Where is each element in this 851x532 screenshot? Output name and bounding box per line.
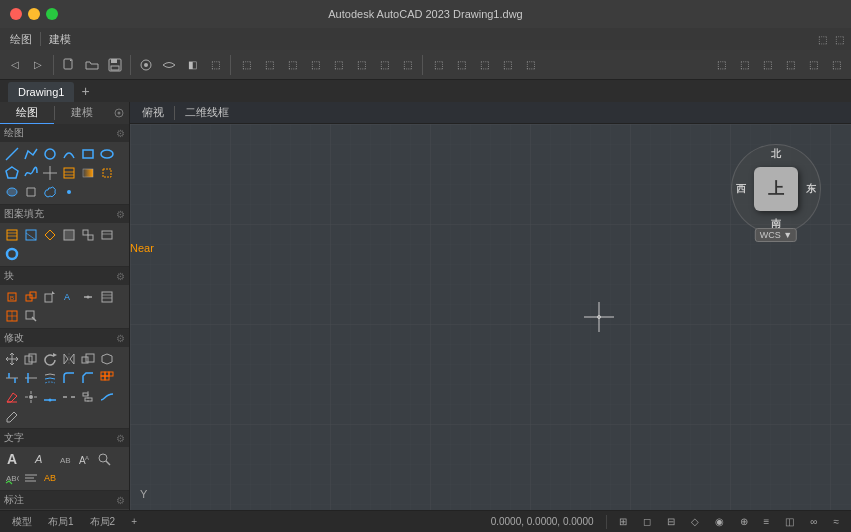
insert-block-tool[interactable]: B	[3, 288, 21, 306]
view-btn1[interactable]	[135, 54, 157, 76]
right-btn1[interactable]: ⬚	[710, 54, 732, 76]
transparency-toggle[interactable]: ◫	[781, 516, 798, 527]
tool-btn7[interactable]: ⬚	[373, 54, 395, 76]
check-spell-tool[interactable]: ABC	[3, 469, 21, 487]
offset-tool[interactable]	[41, 369, 59, 387]
3dosnap-toggle[interactable]: ≈	[830, 516, 844, 527]
mirror-tool[interactable]	[60, 350, 78, 368]
tool-btn6[interactable]: ⬚	[350, 54, 372, 76]
panel-tab-draw[interactable]: 绘图	[0, 102, 54, 125]
refedit-tool[interactable]	[22, 307, 40, 325]
text-style-tool[interactable]: AB	[57, 450, 75, 468]
viewcube[interactable]: 北 南 东 西 上 WCS ▼	[731, 144, 821, 234]
line-tool[interactable]	[3, 145, 21, 163]
text-convert-tool[interactable]: AB	[41, 469, 59, 487]
gradient-tool2[interactable]	[22, 226, 40, 244]
view-btn3[interactable]: ◧	[181, 54, 203, 76]
section-text-header[interactable]: 文字 ⚙	[0, 429, 129, 447]
section-annotation-header[interactable]: 标注 ⚙	[0, 491, 129, 509]
gear-icon[interactable]: ⚙	[116, 128, 125, 139]
arc-tool[interactable]	[60, 145, 78, 163]
grid-toggle[interactable]: ⊞	[615, 516, 631, 527]
add-layout-btn[interactable]: +	[127, 516, 141, 527]
hatch-tool2[interactable]	[3, 226, 21, 244]
redo-button[interactable]: ▷	[27, 54, 49, 76]
boundary-tool[interactable]	[98, 164, 116, 182]
tool-btn2[interactable]: ⬚	[258, 54, 280, 76]
view-tab-2d[interactable]: 二维线框	[177, 104, 237, 122]
block-gear-icon[interactable]: ⚙	[116, 271, 125, 282]
view-btn4[interactable]: ⬚	[204, 54, 226, 76]
view-tab-top[interactable]: 俯视	[134, 104, 172, 122]
right-btn2[interactable]: ⬚	[733, 54, 755, 76]
extra-btn4[interactable]: ⬚	[496, 54, 518, 76]
tool-btn3[interactable]: ⬚	[281, 54, 303, 76]
blend-tool[interactable]	[98, 388, 116, 406]
doughnut-tool[interactable]	[3, 245, 21, 263]
edit-tool[interactable]	[3, 407, 21, 425]
field-tool[interactable]	[98, 226, 116, 244]
polygon-tool[interactable]	[3, 164, 21, 182]
extra-btn5[interactable]: ⬚	[519, 54, 541, 76]
region-tool[interactable]	[3, 183, 21, 201]
close-button[interactable]	[10, 8, 22, 20]
workspace-draw[interactable]: 绘图	[4, 30, 38, 49]
open-button[interactable]	[81, 54, 103, 76]
data-link-tool[interactable]	[79, 288, 97, 306]
stretch-tool[interactable]	[98, 350, 116, 368]
polar-toggle[interactable]: ◇	[687, 516, 703, 527]
polyline-tool[interactable]	[22, 145, 40, 163]
join-tool[interactable]	[41, 388, 59, 406]
point-tool[interactable]	[60, 183, 78, 201]
copy-tool[interactable]	[22, 350, 40, 368]
tool-btn4[interactable]: ⬚	[304, 54, 326, 76]
section-hatch-header[interactable]: 图案填充 ⚙	[0, 205, 129, 223]
osnap-toggle[interactable]: ◉	[711, 516, 728, 527]
scale-tool[interactable]	[79, 350, 97, 368]
data-extract-tool[interactable]	[98, 288, 116, 306]
snap-toggle[interactable]: ◻	[639, 516, 655, 527]
rect-tool[interactable]	[79, 145, 97, 163]
canvas-area[interactable]: 俯视 二维线框	[130, 102, 851, 510]
break-tool[interactable]	[60, 388, 78, 406]
modify-gear-icon[interactable]: ⚙	[116, 333, 125, 344]
ellipse-tool[interactable]	[98, 145, 116, 163]
superblock-tool[interactable]	[3, 307, 21, 325]
right-btn4[interactable]: ⬚	[779, 54, 801, 76]
attdef-tool[interactable]: A	[60, 288, 78, 306]
section-block-header[interactable]: 块 ⚙	[0, 267, 129, 285]
right-btn3[interactable]: ⬚	[756, 54, 778, 76]
wcs-badge[interactable]: WCS ▼	[755, 228, 797, 242]
extra-btn3[interactable]: ⬚	[473, 54, 495, 76]
spline-tool[interactable]	[22, 164, 40, 182]
model-tab[interactable]: 模型	[8, 515, 36, 529]
workspace-btn2[interactable]: ⬚	[832, 33, 847, 46]
hatch-gear-icon[interactable]: ⚙	[116, 209, 125, 220]
extra-btn2[interactable]: ⬚	[450, 54, 472, 76]
tool-btn8[interactable]: ⬚	[396, 54, 418, 76]
new-button[interactable]	[58, 54, 80, 76]
drawing-tab[interactable]: Drawing1	[8, 82, 74, 102]
text-align-tool[interactable]	[22, 469, 40, 487]
write-block-tool[interactable]	[41, 288, 59, 306]
xline-tool[interactable]	[41, 164, 59, 182]
rotate-tool[interactable]	[41, 350, 59, 368]
layout2-tab[interactable]: 布局2	[86, 515, 120, 529]
move-tool[interactable]	[3, 350, 21, 368]
layout1-tab[interactable]: 布局1	[44, 515, 78, 529]
right-btn6[interactable]: ⬚	[825, 54, 847, 76]
find-tool[interactable]	[95, 450, 113, 468]
trim-tool[interactable]	[3, 369, 21, 387]
save-button[interactable]	[104, 54, 126, 76]
new-tab-button[interactable]: +	[76, 82, 94, 100]
minimize-button[interactable]	[28, 8, 40, 20]
hatch-tool[interactable]	[60, 164, 78, 182]
otrack-toggle[interactable]: ⊕	[736, 516, 752, 527]
ortho-toggle[interactable]: ⊟	[663, 516, 679, 527]
boundary-tool2[interactable]	[41, 226, 59, 244]
fillet-tool[interactable]	[60, 369, 78, 387]
view-btn2[interactable]	[158, 54, 180, 76]
extend-tool[interactable]	[22, 369, 40, 387]
align-tool[interactable]	[79, 388, 97, 406]
array-tool[interactable]	[98, 369, 116, 387]
